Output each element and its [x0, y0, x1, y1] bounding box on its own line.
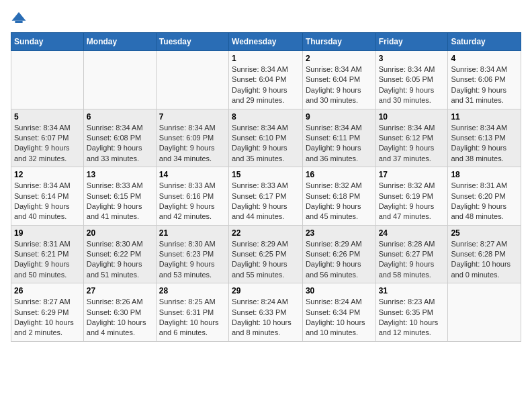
calendar-cell: 16 Sunrise: 8:32 AM Sunset: 6:18 PM Dayl…	[302, 167, 375, 226]
sunset-text: Sunset: 6:33 PM	[232, 308, 286, 316]
day-number: 16	[306, 170, 373, 179]
day-number: 7	[159, 112, 226, 122]
day-info: Sunrise: 8:33 AM Sunset: 6:17 PM Dayligh…	[232, 181, 300, 222]
calendar-table: SundayMondayTuesdayWednesdayThursdayFrid…	[11, 32, 521, 342]
sunrise-text: Sunrise: 8:34 AM	[306, 124, 362, 132]
sunset-text: Sunset: 6:07 PM	[14, 134, 69, 142]
sunset-text: Sunset: 6:20 PM	[451, 192, 505, 200]
sunset-text: Sunset: 6:10 PM	[232, 134, 286, 142]
sunset-text: Sunset: 6:12 PM	[379, 134, 433, 142]
day-number: 24	[379, 228, 445, 238]
day-number: 18	[451, 170, 518, 179]
calendar-cell: 27 Sunrise: 8:26 AM Sunset: 6:30 PM Dayl…	[83, 283, 156, 342]
calendar-cell: 1 Sunrise: 8:34 AM Sunset: 6:04 PM Dayli…	[229, 51, 303, 109]
day-info: Sunrise: 8:29 AM Sunset: 6:25 PM Dayligh…	[232, 239, 300, 281]
sunrise-text: Sunrise: 8:27 AM	[451, 240, 507, 248]
daylight-text: Daylight: 10 hours and 8 minutes.	[232, 318, 292, 336]
day-info: Sunrise: 8:23 AM Sunset: 6:35 PM Dayligh…	[379, 297, 445, 338]
day-info: Sunrise: 8:30 AM Sunset: 6:22 PM Dayligh…	[87, 239, 153, 281]
day-number: 9	[306, 112, 373, 122]
calendar-cell: 30 Sunrise: 8:24 AM Sunset: 6:34 PM Dayl…	[302, 283, 375, 342]
daylight-text: Daylight: 9 hours and 38 minutes.	[451, 144, 506, 162]
sunset-text: Sunset: 6:30 PM	[87, 308, 141, 316]
calendar-cell	[448, 283, 521, 342]
header-day: Friday	[375, 33, 448, 51]
header-row: SundayMondayTuesdayWednesdayThursdayFrid…	[11, 33, 521, 51]
day-number: 22	[232, 228, 300, 238]
day-number: 20	[87, 228, 153, 238]
daylight-text: Daylight: 9 hours and 58 minutes.	[379, 260, 435, 278]
sunrise-text: Sunrise: 8:34 AM	[14, 124, 71, 132]
day-number: 2	[306, 54, 373, 63]
sunrise-text: Sunrise: 8:34 AM	[379, 65, 435, 73]
svg-rect-1	[15, 21, 22, 23]
sunset-text: Sunset: 6:09 PM	[159, 134, 214, 142]
sunset-text: Sunset: 6:26 PM	[306, 250, 360, 258]
svg-marker-0	[12, 12, 26, 21]
sunrise-text: Sunrise: 8:28 AM	[379, 240, 435, 248]
sunrise-text: Sunrise: 8:27 AM	[14, 298, 71, 306]
daylight-text: Daylight: 9 hours and 37 minutes.	[379, 144, 435, 162]
sunrise-text: Sunrise: 8:24 AM	[306, 298, 362, 306]
calendar-cell: 22 Sunrise: 8:29 AM Sunset: 6:25 PM Dayl…	[229, 225, 303, 283]
calendar-body: 1 Sunrise: 8:34 AM Sunset: 6:04 PM Dayli…	[11, 51, 521, 342]
sunset-text: Sunset: 6:05 PM	[379, 75, 433, 83]
calendar-cell: 31 Sunrise: 8:23 AM Sunset: 6:35 PM Dayl…	[375, 283, 448, 342]
day-number: 1	[232, 54, 300, 63]
sunrise-text: Sunrise: 8:32 AM	[379, 181, 435, 189]
day-info: Sunrise: 8:27 AM Sunset: 6:29 PM Dayligh…	[14, 297, 81, 338]
calendar-cell: 2 Sunrise: 8:34 AM Sunset: 6:04 PM Dayli…	[302, 51, 375, 109]
sunrise-text: Sunrise: 8:34 AM	[379, 124, 435, 132]
sunrise-text: Sunrise: 8:31 AM	[451, 181, 507, 189]
daylight-text: Daylight: 10 hours and 2 minutes.	[14, 318, 74, 336]
sunrise-text: Sunrise: 8:34 AM	[232, 65, 288, 73]
day-number: 26	[14, 286, 81, 295]
calendar-week-row: 19 Sunrise: 8:31 AM Sunset: 6:21 PM Dayl…	[11, 225, 521, 283]
calendar-cell: 29 Sunrise: 8:24 AM Sunset: 6:33 PM Dayl…	[229, 283, 303, 342]
calendar-cell: 24 Sunrise: 8:28 AM Sunset: 6:27 PM Dayl…	[375, 225, 448, 283]
day-info: Sunrise: 8:34 AM Sunset: 6:07 PM Dayligh…	[14, 123, 81, 165]
daylight-text: Daylight: 9 hours and 41 minutes.	[87, 202, 142, 220]
sunset-text: Sunset: 6:29 PM	[14, 308, 69, 316]
sunset-text: Sunset: 6:27 PM	[379, 250, 433, 258]
sunrise-text: Sunrise: 8:30 AM	[159, 240, 216, 248]
day-number: 30	[306, 286, 373, 295]
calendar-cell: 11 Sunrise: 8:34 AM Sunset: 6:13 PM Dayl…	[448, 109, 521, 167]
sunset-text: Sunset: 6:08 PM	[87, 134, 141, 142]
calendar-cell: 12 Sunrise: 8:34 AM Sunset: 6:14 PM Dayl…	[11, 167, 84, 226]
daylight-text: Daylight: 9 hours and 45 minutes.	[306, 202, 361, 220]
day-info: Sunrise: 8:30 AM Sunset: 6:23 PM Dayligh…	[159, 239, 226, 281]
daylight-text: Daylight: 9 hours and 55 minutes.	[232, 260, 287, 278]
header-day: Sunday	[11, 33, 84, 51]
sunset-text: Sunset: 6:18 PM	[306, 192, 360, 200]
day-number: 23	[306, 228, 373, 238]
day-number: 31	[379, 286, 445, 295]
day-info: Sunrise: 8:34 AM Sunset: 6:04 PM Dayligh…	[306, 64, 373, 106]
day-info: Sunrise: 8:31 AM Sunset: 6:20 PM Dayligh…	[451, 181, 518, 222]
sunrise-text: Sunrise: 8:34 AM	[451, 124, 507, 132]
day-info: Sunrise: 8:34 AM Sunset: 6:12 PM Dayligh…	[379, 123, 445, 165]
day-info: Sunrise: 8:34 AM Sunset: 6:14 PM Dayligh…	[14, 181, 81, 222]
calendar-cell: 18 Sunrise: 8:31 AM Sunset: 6:20 PM Dayl…	[448, 167, 521, 226]
page-header	[11, 11, 521, 24]
day-info: Sunrise: 8:34 AM Sunset: 6:11 PM Dayligh…	[306, 123, 373, 165]
day-number: 10	[379, 112, 445, 122]
day-info: Sunrise: 8:32 AM Sunset: 6:19 PM Dayligh…	[379, 181, 445, 222]
calendar-week-row: 12 Sunrise: 8:34 AM Sunset: 6:14 PM Dayl…	[11, 167, 521, 226]
day-number: 17	[379, 170, 445, 179]
daylight-text: Daylight: 9 hours and 56 minutes.	[306, 260, 361, 278]
calendar-cell: 13 Sunrise: 8:33 AM Sunset: 6:15 PM Dayl…	[83, 167, 156, 226]
sunrise-text: Sunrise: 8:34 AM	[451, 65, 507, 73]
day-number: 11	[451, 112, 518, 122]
sunrise-text: Sunrise: 8:23 AM	[379, 298, 435, 306]
daylight-text: Daylight: 9 hours and 29 minutes.	[232, 86, 287, 104]
day-info: Sunrise: 8:25 AM Sunset: 6:31 PM Dayligh…	[159, 297, 226, 338]
calendar-header: SundayMondayTuesdayWednesdayThursdayFrid…	[11, 33, 521, 51]
day-info: Sunrise: 8:34 AM Sunset: 6:04 PM Dayligh…	[232, 64, 300, 106]
sunrise-text: Sunrise: 8:29 AM	[232, 240, 288, 248]
day-info: Sunrise: 8:31 AM Sunset: 6:21 PM Dayligh…	[14, 239, 81, 281]
day-number: 13	[87, 170, 153, 179]
sunrise-text: Sunrise: 8:34 AM	[14, 181, 71, 189]
sunset-text: Sunset: 6:13 PM	[451, 134, 505, 142]
day-number: 3	[379, 54, 445, 63]
